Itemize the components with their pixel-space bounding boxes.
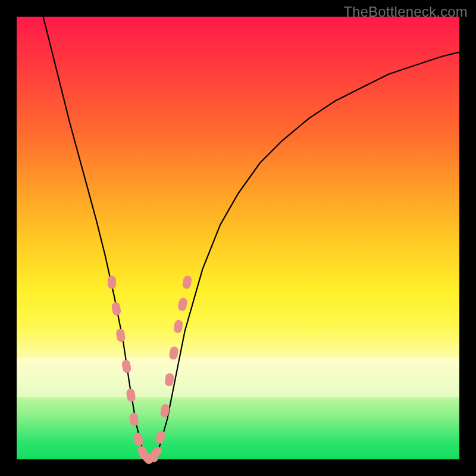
bottleneck-curve	[43, 17, 459, 459]
marker-dot	[121, 359, 132, 374]
marker-dot	[133, 432, 143, 447]
marker-dot	[181, 275, 192, 289]
plot-area	[17, 17, 459, 459]
marker-dot	[111, 302, 121, 316]
watermark-text: TheBottleneck.com	[343, 4, 468, 20]
marker-dot	[168, 346, 178, 360]
marker-dot	[177, 297, 188, 311]
marker-dot	[164, 372, 174, 387]
curve-layer	[17, 17, 459, 459]
marker-dot	[129, 412, 139, 427]
marker-dot	[173, 320, 183, 334]
highlight-dots	[108, 275, 192, 465]
marker-dot	[155, 430, 166, 444]
chart-frame: TheBottleneck.com	[0, 0, 476, 476]
marker-dot	[108, 275, 116, 289]
marker-dot	[115, 328, 126, 343]
marker-dot	[126, 388, 136, 402]
